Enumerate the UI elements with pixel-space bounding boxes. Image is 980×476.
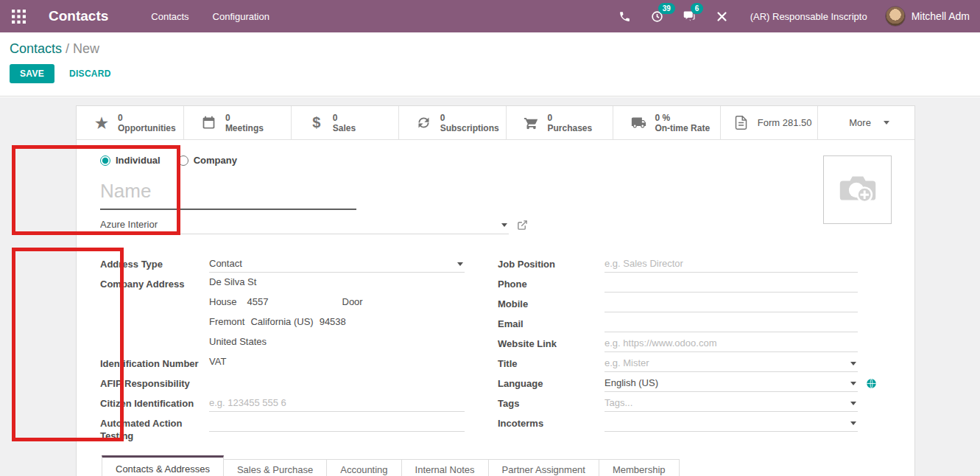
breadcrumb-current: New (73, 41, 99, 56)
stat-value: 0 (118, 113, 176, 123)
door-label: Door (342, 293, 363, 307)
parent-company-input[interactable] (100, 217, 509, 234)
email-input[interactable] (604, 315, 858, 332)
document-icon (733, 115, 750, 130)
tab-membership[interactable]: Membership (599, 459, 680, 476)
language-select[interactable] (604, 374, 858, 392)
company-radio[interactable] (178, 155, 188, 166)
right-column: Job Position Phone Mobile Email Website … (498, 255, 862, 434)
menu-contacts[interactable]: Contacts (151, 11, 188, 22)
breadcrumb: Contacts / New (10, 41, 980, 57)
phone-icon[interactable] (618, 9, 632, 24)
stat-button-row: ★ 0Opportunities 0Meetings $ 0Sales (77, 106, 914, 140)
breadcrumb-separator: / (66, 41, 69, 56)
tab-accounting[interactable]: Accounting (327, 459, 401, 476)
company-type-radios: Individual Company (100, 155, 237, 166)
stat-form-281-button[interactable]: Form 281.50 (720, 106, 817, 139)
tags-input[interactable] (604, 394, 858, 412)
menu-configuration[interactable]: Configuration (213, 11, 269, 22)
city-field[interactable]: Fremont (209, 313, 244, 327)
stat-value: 0 % (655, 113, 710, 123)
stat-purchases-button[interactable]: 0Purchases (506, 106, 613, 139)
caret-down-icon[interactable] (850, 402, 856, 405)
name-input[interactable] (100, 177, 356, 210)
tab-partner-assignment[interactable]: Partner Assignment (489, 459, 599, 476)
stat-value: 0 (440, 113, 499, 123)
apps-menu-icon[interactable] (10, 8, 27, 24)
star-icon: ★ (93, 114, 110, 132)
house-number-field[interactable]: 4557 (247, 293, 269, 307)
stat-meetings-button[interactable]: 0Meetings (183, 106, 291, 139)
identification-type-field[interactable]: VAT (209, 353, 226, 367)
street-field[interactable]: De Silva St (209, 273, 256, 287)
country-field[interactable]: United States (209, 333, 267, 347)
citizen-identification-input[interactable] (209, 394, 465, 412)
caret-down-icon[interactable] (850, 421, 856, 425)
external-link-icon[interactable] (517, 220, 528, 234)
tab-contacts-addresses[interactable]: Contacts & Addresses (102, 455, 224, 476)
calendar-icon (200, 115, 218, 130)
odoo-contacts-page: Contacts Contacts Configuration 39 6 (AR… (0, 0, 980, 476)
save-button[interactable]: SAVE (10, 64, 54, 83)
company-selector[interactable]: (AR) Responsable Inscripto (750, 11, 867, 22)
contact-photo-upload[interactable] (823, 155, 892, 224)
automated-action-testing-label: Automated Action Testing (100, 414, 209, 442)
parent-company-field (100, 217, 509, 234)
radio-individual[interactable]: Individual (100, 155, 161, 166)
topbar-right: 39 6 (AR) Responsable Inscripto Mitchell… (618, 6, 970, 27)
left-column: Address Type Company Address De Silva St… (100, 255, 488, 442)
activity-clock-icon[interactable]: 39 (650, 9, 665, 24)
breadcrumb-contacts-link[interactable]: Contacts (10, 41, 62, 56)
globe-icon (866, 378, 877, 392)
stat-subscriptions-button[interactable]: 0Subscriptions (398, 106, 506, 139)
afip-responsibility-label: AFIP Responsibility (100, 374, 209, 390)
address-type-label: Address Type (100, 255, 209, 270)
caret-down-icon[interactable] (457, 262, 463, 266)
website-input[interactable] (604, 335, 858, 352)
phone-input[interactable] (604, 275, 858, 293)
stat-sales-button[interactable]: $ 0Sales (291, 106, 398, 139)
stat-label: On-time Rate (655, 123, 710, 133)
incoterms-select[interactable] (604, 414, 858, 432)
radio-company[interactable]: Company (178, 155, 237, 166)
state-field[interactable]: California (US) (250, 313, 313, 327)
discard-button[interactable]: DISCARD (69, 69, 111, 79)
stat-opportunities-button[interactable]: ★ 0Opportunities (77, 106, 183, 139)
stat-value: 0 (225, 113, 264, 123)
caret-down-icon[interactable] (850, 362, 856, 365)
dollar-icon: $ (308, 114, 325, 131)
app-title[interactable]: Contacts (49, 8, 108, 24)
zip-field[interactable]: 94538 (320, 313, 346, 327)
title-label: Title (498, 354, 604, 370)
caret-down-icon[interactable] (850, 382, 856, 385)
address-type-select[interactable] (209, 255, 465, 273)
tab-internal-notes[interactable]: Internal Notes (402, 459, 489, 476)
title-select[interactable] (604, 354, 858, 372)
user-name: Mitchell Adm (912, 10, 970, 22)
phone-label: Phone (498, 275, 604, 290)
user-menu[interactable]: Mitchell Adm (885, 6, 970, 27)
content-area: ★ 0Opportunities 0Meetings $ 0Sales (0, 97, 980, 476)
individual-radio[interactable] (100, 155, 110, 166)
incoterms-label: Incoterms (498, 414, 604, 430)
automated-action-testing-input[interactable] (209, 414, 465, 432)
tools-icon[interactable] (715, 9, 730, 24)
stat-more-button[interactable]: More (817, 106, 914, 139)
stat-label: More (849, 117, 871, 128)
mobile-label: Mobile (498, 295, 604, 310)
activity-badge: 39 (658, 3, 675, 14)
messages-icon[interactable]: 6 (683, 9, 697, 24)
refresh-icon (415, 115, 433, 130)
caret-down-icon[interactable] (501, 223, 507, 227)
cart-icon (523, 115, 540, 130)
citizen-identification-label: Citizen Identification (100, 394, 209, 410)
notebook-tabs: Contacts & Addresses Sales & Purchase Ac… (102, 455, 680, 476)
job-position-input[interactable] (604, 255, 858, 273)
tab-sales-purchase[interactable]: Sales & Purchase (224, 459, 327, 476)
stat-ontime-rate-button[interactable]: 0 %On-time Rate (613, 106, 720, 139)
tags-label: Tags (498, 394, 604, 410)
camera-plus-icon (835, 167, 881, 213)
stat-label: Sales (333, 123, 356, 133)
mobile-input[interactable] (604, 295, 858, 312)
stat-value: 0 (333, 113, 356, 123)
